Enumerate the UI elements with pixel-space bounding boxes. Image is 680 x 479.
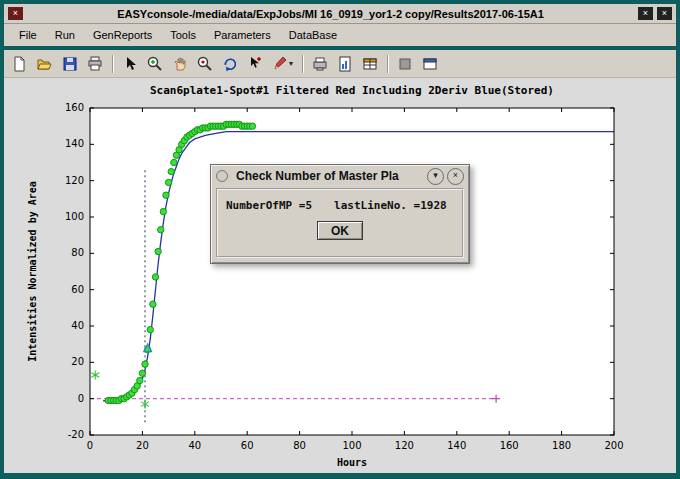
svg-text:120: 120 <box>65 175 84 186</box>
dialog-titlebar[interactable]: Check Number of Master Pla ▾ × <box>211 165 469 187</box>
svg-text:0: 0 <box>78 393 84 404</box>
table-grid-icon <box>362 56 378 72</box>
copier-report-icon <box>312 56 328 72</box>
menu-item-tools[interactable]: Tools <box>161 26 205 44</box>
svg-text:100: 100 <box>342 440 361 451</box>
dialog-title: Check Number of Master Pla <box>236 169 424 183</box>
open-folder-icon <box>37 56 53 72</box>
svg-text:Hours: Hours <box>337 457 367 468</box>
svg-text:160: 160 <box>65 102 84 113</box>
svg-text:20: 20 <box>71 356 84 367</box>
print-icon <box>87 56 103 72</box>
cursor-arrow-icon <box>122 56 138 72</box>
pan-hand-button[interactable] <box>168 52 192 76</box>
figure-area: 020406080100120140160180200-200204060801… <box>4 78 676 473</box>
table-grid-button[interactable] <box>358 52 382 76</box>
dialog-minimize-icon[interactable]: ▾ <box>427 168 444 185</box>
menu-item-genreports[interactable]: GenReports <box>84 26 161 44</box>
svg-text:80: 80 <box>293 440 306 451</box>
menubar: FileRunGenReportsToolsParametersDataBase <box>4 24 676 46</box>
svg-text:140: 140 <box>65 138 84 149</box>
svg-text:200: 200 <box>604 440 623 451</box>
check-master-plate-dialog: Check Number of Master Pla ▾ × NumberOfM… <box>210 164 470 264</box>
new-document-icon <box>12 56 28 72</box>
brush-tool-button[interactable]: ▾ <box>268 52 297 76</box>
menu-item-parameters[interactable]: Parameters <box>205 26 280 44</box>
svg-text:160: 160 <box>500 440 519 451</box>
menu-item-run[interactable]: Run <box>46 26 84 44</box>
dialog-close-icon[interactable]: × <box>447 168 464 185</box>
zoom-orbit-button[interactable] <box>193 52 217 76</box>
zoom-in-button[interactable] <box>143 52 167 76</box>
datacursor-tool-icon <box>247 56 263 72</box>
svg-text:60: 60 <box>241 440 254 451</box>
stop-square-icon <box>397 56 413 72</box>
rotate-tool-icon <box>222 56 238 72</box>
svg-text:40: 40 <box>71 320 84 331</box>
chart-canvas: 020406080100120140160180200-200204060801… <box>4 78 676 473</box>
datacursor-tool-button[interactable] <box>243 52 267 76</box>
menu-item-database[interactable]: DataBase <box>280 26 346 44</box>
app-window: × EASYconsole-/media/data/ExpJobs/MI 16_… <box>4 4 676 473</box>
dropdown-caret-icon[interactable]: ▾ <box>289 59 293 68</box>
titlebar[interactable]: × EASYconsole-/media/data/ExpJobs/MI 16_… <box>4 4 676 24</box>
save-floppy-icon <box>62 56 78 72</box>
svg-text:40: 40 <box>188 440 201 451</box>
dialog-body: NumberOfMP =5lastLineNo. =1928 OK <box>216 188 464 258</box>
svg-text:0: 0 <box>87 440 93 451</box>
save-floppy-button[interactable] <box>58 52 82 76</box>
svg-text:-20: -20 <box>68 429 84 440</box>
open-folder-button[interactable] <box>33 52 57 76</box>
svg-text:180: 180 <box>552 440 571 451</box>
toolbar-separator <box>387 55 388 73</box>
close-button[interactable]: × <box>657 7 672 20</box>
copier-report-button[interactable] <box>308 52 332 76</box>
stop-square-button[interactable] <box>393 52 417 76</box>
dialog-field-lastlineno: lastLineNo. =1928 <box>334 199 447 212</box>
print-button[interactable] <box>83 52 107 76</box>
svg-text:20: 20 <box>136 440 149 451</box>
window-menu-button[interactable]: × <box>8 7 23 20</box>
cursor-arrow-button[interactable] <box>118 52 142 76</box>
svg-text:100: 100 <box>65 211 84 222</box>
svg-text:Scan6plate1-Spot#1 Filtered Re: Scan6plate1-Spot#1 Filtered Red Includin… <box>150 84 554 97</box>
zoom-in-icon <box>147 56 163 72</box>
menu-item-file[interactable]: File <box>10 26 46 44</box>
new-document-button[interactable] <box>8 52 32 76</box>
svg-text:140: 140 <box>447 440 466 451</box>
brush-tool-icon <box>272 56 288 72</box>
chart-report-icon <box>337 56 353 72</box>
rotate-tool-button[interactable] <box>218 52 242 76</box>
svg-text:120: 120 <box>395 440 414 451</box>
toolbar-separator <box>302 55 303 73</box>
svg-text:80: 80 <box>71 247 84 258</box>
dialog-menu-icon[interactable] <box>216 170 228 182</box>
window-frame-button[interactable] <box>418 52 442 76</box>
dialog-message: NumberOfMP =5lastLineNo. =1928 <box>226 199 454 212</box>
ok-button[interactable]: OK <box>317 221 363 240</box>
window-frame-icon <box>422 56 438 72</box>
maximize-button[interactable]: × <box>638 7 653 20</box>
svg-text:Intensities Normalized by Area: Intensities Normalized by Area <box>27 181 38 362</box>
svg-text:60: 60 <box>71 284 84 295</box>
pan-hand-icon <box>172 56 188 72</box>
dialog-field-numberofmp: NumberOfMP =5 <box>226 199 312 212</box>
zoom-orbit-icon <box>197 56 213 72</box>
window-title: EASYconsole-/media/data/ExpJobs/MI 16_09… <box>25 8 636 20</box>
toolbar: ▾ <box>4 50 676 78</box>
chart-report-button[interactable] <box>333 52 357 76</box>
toolbar-separator <box>112 55 113 73</box>
